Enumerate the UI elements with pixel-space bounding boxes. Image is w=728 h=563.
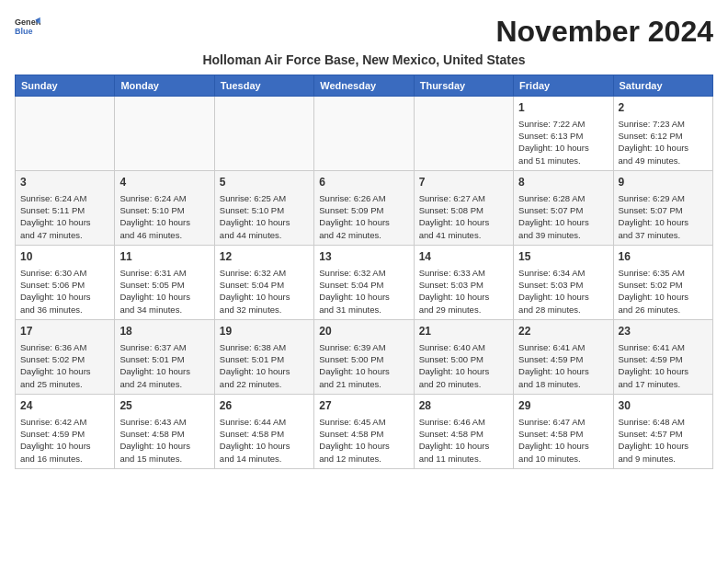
day-number: 13	[319, 249, 408, 265]
day-info: Sunrise: 6:44 AM Sunset: 4:58 PM Dayligh…	[220, 416, 309, 465]
calendar-day-cell: 22Sunrise: 6:41 AM Sunset: 4:59 PM Dayli…	[514, 319, 613, 394]
calendar-day-cell: 4Sunrise: 6:24 AM Sunset: 5:10 PM Daylig…	[115, 170, 214, 245]
weekday-header-cell: Monday	[115, 75, 214, 97]
calendar-week-row: 3Sunrise: 6:24 AM Sunset: 5:11 PM Daylig…	[16, 170, 713, 245]
calendar-day-cell	[214, 97, 313, 171]
day-number: 27	[319, 398, 408, 414]
calendar-day-cell: 9Sunrise: 6:29 AM Sunset: 5:07 PM Daylig…	[613, 170, 712, 245]
day-number: 18	[119, 324, 209, 339]
day-info: Sunrise: 6:39 AM Sunset: 5:00 PM Dayligh…	[319, 341, 408, 390]
day-number: 19	[220, 324, 309, 339]
day-info: Sunrise: 6:36 AM Sunset: 5:02 PM Dayligh…	[20, 341, 109, 390]
day-number: 30	[619, 398, 708, 414]
calendar-week-row: 1Sunrise: 7:22 AM Sunset: 6:13 PM Daylig…	[16, 97, 713, 171]
day-number: 29	[518, 398, 608, 414]
day-number: 23	[619, 324, 708, 339]
calendar-day-cell: 23Sunrise: 6:41 AM Sunset: 4:59 PM Dayli…	[613, 319, 712, 394]
day-info: Sunrise: 7:23 AM Sunset: 6:12 PM Dayligh…	[619, 118, 708, 167]
day-info: Sunrise: 6:32 AM Sunset: 5:04 PM Dayligh…	[220, 267, 309, 316]
day-info: Sunrise: 6:46 AM Sunset: 4:58 PM Dayligh…	[419, 416, 508, 465]
day-number: 21	[419, 324, 508, 339]
calendar-day-cell: 17Sunrise: 6:36 AM Sunset: 5:02 PM Dayli…	[16, 319, 115, 394]
calendar-body: 1Sunrise: 7:22 AM Sunset: 6:13 PM Daylig…	[16, 97, 713, 469]
day-number: 4	[119, 175, 209, 190]
calendar-day-cell: 3Sunrise: 6:24 AM Sunset: 5:11 PM Daylig…	[16, 170, 115, 245]
day-info: Sunrise: 6:24 AM Sunset: 5:11 PM Dayligh…	[20, 192, 109, 241]
calendar-day-cell	[314, 97, 414, 171]
day-info: Sunrise: 6:47 AM Sunset: 4:58 PM Dayligh…	[518, 416, 608, 465]
day-number: 22	[518, 324, 608, 339]
day-number: 25	[119, 398, 209, 414]
calendar-day-cell: 27Sunrise: 6:45 AM Sunset: 4:58 PM Dayli…	[314, 394, 414, 468]
day-info: Sunrise: 6:26 AM Sunset: 5:09 PM Dayligh…	[319, 192, 408, 241]
calendar-day-cell: 29Sunrise: 6:47 AM Sunset: 4:58 PM Dayli…	[514, 394, 613, 468]
weekday-header-cell: Saturday	[613, 75, 712, 97]
day-number: 20	[319, 324, 408, 339]
day-info: Sunrise: 6:31 AM Sunset: 5:05 PM Dayligh…	[119, 267, 209, 316]
calendar-day-cell: 25Sunrise: 6:43 AM Sunset: 4:58 PM Dayli…	[115, 394, 214, 468]
logo: General Blue	[15, 15, 40, 40]
day-info: Sunrise: 6:35 AM Sunset: 5:02 PM Dayligh…	[619, 267, 708, 316]
calendar-day-cell: 24Sunrise: 6:42 AM Sunset: 4:59 PM Dayli…	[16, 394, 115, 468]
day-number: 24	[20, 398, 109, 414]
day-info: Sunrise: 6:43 AM Sunset: 4:58 PM Dayligh…	[119, 416, 209, 465]
svg-text:General: General	[15, 17, 40, 27]
day-number: 2	[619, 100, 708, 116]
calendar-day-cell: 8Sunrise: 6:28 AM Sunset: 5:07 PM Daylig…	[514, 170, 613, 245]
calendar-day-cell: 13Sunrise: 6:32 AM Sunset: 5:04 PM Dayli…	[314, 245, 414, 319]
day-info: Sunrise: 6:40 AM Sunset: 5:00 PM Dayligh…	[419, 341, 508, 390]
calendar-day-cell: 20Sunrise: 6:39 AM Sunset: 5:00 PM Dayli…	[314, 319, 414, 394]
day-number: 3	[20, 175, 109, 190]
calendar-day-cell	[115, 97, 214, 171]
calendar-day-cell: 11Sunrise: 6:31 AM Sunset: 5:05 PM Dayli…	[115, 245, 214, 319]
day-number: 26	[220, 398, 309, 414]
day-number: 28	[419, 398, 508, 414]
calendar-day-cell: 14Sunrise: 6:33 AM Sunset: 5:03 PM Dayli…	[414, 245, 513, 319]
calendar-day-cell: 15Sunrise: 6:34 AM Sunset: 5:03 PM Dayli…	[514, 245, 613, 319]
day-number: 11	[119, 249, 209, 265]
svg-text:Blue: Blue	[15, 27, 33, 36]
day-info: Sunrise: 6:25 AM Sunset: 5:10 PM Dayligh…	[220, 192, 309, 241]
calendar-week-row: 24Sunrise: 6:42 AM Sunset: 4:59 PM Dayli…	[16, 394, 713, 468]
day-info: Sunrise: 6:48 AM Sunset: 4:57 PM Dayligh…	[619, 416, 708, 465]
day-info: Sunrise: 6:33 AM Sunset: 5:03 PM Dayligh…	[419, 267, 508, 316]
day-info: Sunrise: 6:37 AM Sunset: 5:01 PM Dayligh…	[119, 341, 209, 390]
day-info: Sunrise: 6:38 AM Sunset: 5:01 PM Dayligh…	[220, 341, 309, 390]
day-number: 1	[518, 100, 608, 116]
day-number: 16	[619, 249, 708, 265]
calendar-day-cell: 19Sunrise: 6:38 AM Sunset: 5:01 PM Dayli…	[214, 319, 313, 394]
calendar-day-cell: 6Sunrise: 6:26 AM Sunset: 5:09 PM Daylig…	[314, 170, 414, 245]
weekday-header-cell: Friday	[514, 75, 613, 97]
calendar-day-cell	[414, 97, 513, 171]
day-info: Sunrise: 6:30 AM Sunset: 5:06 PM Dayligh…	[20, 267, 109, 316]
day-number: 17	[20, 324, 109, 339]
calendar-day-cell	[16, 97, 115, 171]
day-number: 6	[319, 175, 408, 190]
calendar-day-cell: 7Sunrise: 6:27 AM Sunset: 5:08 PM Daylig…	[414, 170, 513, 245]
day-number: 7	[419, 175, 508, 190]
day-info: Sunrise: 6:29 AM Sunset: 5:07 PM Dayligh…	[619, 192, 708, 241]
month-title: November 2024	[495, 15, 713, 49]
calendar-day-cell: 12Sunrise: 6:32 AM Sunset: 5:04 PM Dayli…	[214, 245, 313, 319]
day-info: Sunrise: 6:32 AM Sunset: 5:04 PM Dayligh…	[319, 267, 408, 316]
weekday-header-row: SundayMondayTuesdayWednesdayThursdayFrid…	[16, 75, 713, 97]
day-info: Sunrise: 6:27 AM Sunset: 5:08 PM Dayligh…	[419, 192, 508, 241]
day-info: Sunrise: 7:22 AM Sunset: 6:13 PM Dayligh…	[518, 118, 608, 167]
calendar-day-cell: 5Sunrise: 6:25 AM Sunset: 5:10 PM Daylig…	[214, 170, 313, 245]
day-info: Sunrise: 6:41 AM Sunset: 4:59 PM Dayligh…	[619, 341, 708, 390]
day-number: 8	[518, 175, 608, 190]
day-number: 9	[619, 175, 708, 190]
calendar-subtitle: Holloman Air Force Base, New Mexico, Uni…	[15, 52, 713, 67]
day-info: Sunrise: 6:45 AM Sunset: 4:58 PM Dayligh…	[319, 416, 408, 465]
calendar-day-cell: 30Sunrise: 6:48 AM Sunset: 4:57 PM Dayli…	[613, 394, 712, 468]
calendar-day-cell: 10Sunrise: 6:30 AM Sunset: 5:06 PM Dayli…	[16, 245, 115, 319]
day-info: Sunrise: 6:28 AM Sunset: 5:07 PM Dayligh…	[518, 192, 608, 241]
weekday-header-cell: Sunday	[16, 75, 115, 97]
day-number: 12	[220, 249, 309, 265]
day-number: 15	[518, 249, 608, 265]
weekday-header-cell: Tuesday	[214, 75, 313, 97]
page-header: General Blue November 2024	[15, 15, 713, 49]
weekday-header-cell: Wednesday	[314, 75, 414, 97]
day-number: 10	[20, 249, 109, 265]
day-info: Sunrise: 6:41 AM Sunset: 4:59 PM Dayligh…	[518, 341, 608, 390]
